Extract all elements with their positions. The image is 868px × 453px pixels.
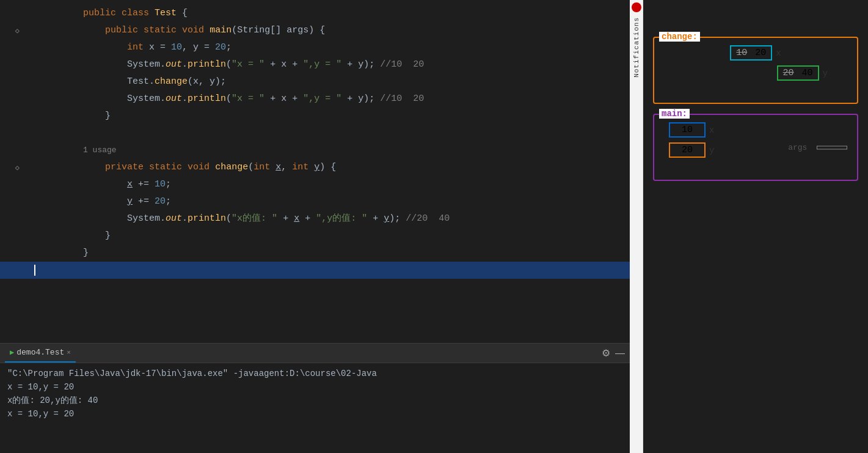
terminal-tab-close[interactable]: × xyxy=(67,349,71,356)
code-line-classclose: } xyxy=(0,245,630,262)
terminal-minimize-button[interactable]: — xyxy=(615,347,625,359)
notifications-icon xyxy=(632,2,641,12)
terminal-line-3: x的值: 20,y的值: 40 xyxy=(7,394,622,407)
terminal-line-2: x = 10,y = 20 xyxy=(7,380,622,394)
terminal-settings-button[interactable]: ⚙ xyxy=(602,347,610,359)
gutter-change: ◇ xyxy=(0,163,24,172)
breakpoint-icon-change: ◇ xyxy=(15,163,20,172)
main-x-value: 10 xyxy=(682,125,693,135)
gutter-icon-1 xyxy=(24,9,34,18)
terminal-line-1: "C:\Program Files\Java\jdk-17\bin\java.e… xyxy=(7,367,622,380)
change-y-label: y xyxy=(823,68,828,78)
gutter-icon-change xyxy=(24,163,34,172)
change-x-box: 10 20 xyxy=(730,45,772,61)
main-y-value: 20 xyxy=(682,145,693,155)
editor-area: public class Test { ◇ public static void… xyxy=(0,0,630,453)
terminal-body: "C:\Program Files\Java\jdk-17\bin\java.e… xyxy=(0,363,630,424)
terminal-controls: ⚙ — xyxy=(602,347,625,359)
main-x-row: 10 x xyxy=(664,122,847,138)
gutter-icon-2 xyxy=(24,26,34,35)
gutter-icon-xadd xyxy=(24,180,34,190)
code-line-7: } xyxy=(0,108,630,125)
main-x-box: 10 xyxy=(669,122,706,138)
code-panel[interactable]: public class Test { ◇ public static void… xyxy=(0,0,630,343)
terminal-file-icon: ▶ xyxy=(10,348,14,357)
gutter-icon-3 xyxy=(24,43,34,53)
gutter-icon-yadd xyxy=(24,197,34,207)
right-panel-wrapper: Notifications change: 10 20 x 20 40 y xyxy=(630,0,868,453)
gutter-2: ◇ xyxy=(0,26,24,35)
terminal-header: ▶ demo4.Test × ⚙ — xyxy=(0,344,630,363)
change-x-current: 20 xyxy=(755,48,766,58)
gutter-icon-blank xyxy=(24,128,34,138)
gutter-icon-usage xyxy=(24,145,34,155)
gutter-icon-close2 xyxy=(24,231,34,241)
notifications-label: Notifications xyxy=(633,17,640,78)
change-x-label: x xyxy=(776,48,781,58)
main-x-label: x xyxy=(709,125,714,135)
change-y-current: 40 xyxy=(802,68,813,78)
terminal-tab[interactable]: ▶ demo4.Test × xyxy=(5,344,76,363)
change-y-box: 20 40 xyxy=(777,65,819,81)
breakpoint-icon-2: ◇ xyxy=(15,26,20,35)
args-label: args xyxy=(788,143,847,152)
gutter-icon-classclose xyxy=(24,248,34,258)
args-text: args xyxy=(788,143,807,152)
change-x-row: 10 20 x xyxy=(664,45,847,61)
change-x-strikethrough: 10 xyxy=(736,48,747,58)
terminal-area: ▶ demo4.Test × ⚙ — "C:\Program Files\Jav… xyxy=(0,343,630,453)
code-content-classclose: } xyxy=(34,227,630,279)
gutter-icon-7 xyxy=(24,111,34,121)
main-frame: main: args 10 x 20 y xyxy=(653,114,858,181)
main-frame-label: main: xyxy=(659,109,690,119)
main-y-label: y xyxy=(709,145,714,155)
diagram-container: change: 10 20 x 20 40 y main: args xyxy=(643,0,868,453)
args-box xyxy=(817,146,847,150)
change-frame: change: 10 20 x 20 40 y xyxy=(653,37,858,104)
change-y-row: 20 40 y xyxy=(664,65,847,81)
terminal-tab-label: demo4.Test xyxy=(16,348,64,357)
gutter-icon-println2 xyxy=(24,214,34,224)
gutter-icon-5 xyxy=(24,77,34,87)
change-y-strikethrough: 20 xyxy=(783,68,794,78)
notifications-bar: Notifications xyxy=(630,0,643,453)
terminal-line-4: x = 10,y = 20 xyxy=(7,407,622,421)
main-y-box: 20 xyxy=(669,142,706,158)
change-frame-label: change: xyxy=(659,32,700,42)
gutter-icon-4 xyxy=(24,60,34,70)
gutter-icon-6 xyxy=(24,94,34,104)
